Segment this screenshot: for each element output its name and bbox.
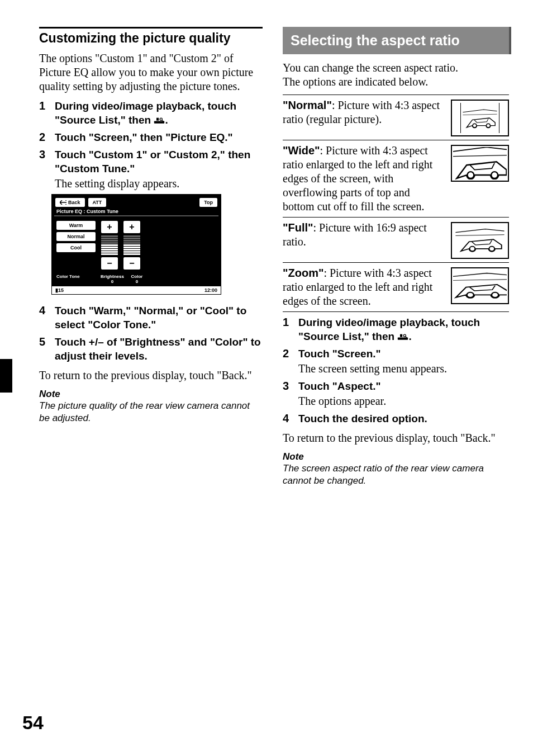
step-item: 4Touch "Warm," "Normal," or "Cool" to se… [39, 304, 263, 332]
svg-point-9 [489, 247, 494, 251]
left-section-title: Customizing the picture quality [39, 31, 263, 46]
aspect-thumb-full [451, 222, 509, 259]
left-note-head: Note [39, 388, 263, 400]
step-number: 4 [39, 304, 45, 318]
device-footer-left: ▮15 [55, 287, 64, 293]
aspect-option-text: "Zoom": Picture with 4:3 aspect ratio en… [283, 266, 443, 308]
step-item: 1During video/image playback, touch "Sou… [39, 99, 263, 127]
step-instruction: Touch "Screen." [298, 348, 381, 360]
page-tab-marker [0, 359, 12, 393]
device-att-button[interactable]: ATT [88, 198, 107, 207]
aspect-thumb-wide [451, 145, 509, 182]
step-number: 2 [283, 347, 289, 361]
step-subtext: The setting display appears. [55, 177, 263, 191]
step-subtext: The screen setting menu appears. [298, 362, 509, 376]
option-separator [283, 140, 509, 140]
step-subtext: The options appear. [298, 394, 509, 408]
aspect-option-row: "Wide": Picture with 4:3 aspect ratio en… [283, 144, 509, 214]
step-number: 1 [39, 99, 45, 113]
step-number: 2 [39, 130, 45, 144]
right-note-body: The screen aspect ratio of the rear view… [283, 462, 509, 487]
aspect-option-row: "Normal": Picture with 4:3 aspect ratio … [283, 98, 509, 136]
device-subtitle: Picture EQ : Custom Tune [52, 209, 221, 215]
svg-point-5 [487, 124, 491, 127]
step-item: 3Touch "Aspect."The options appear. [283, 379, 509, 408]
step-instruction: During video/image playback, touch "Sour… [55, 100, 236, 126]
option-separator [283, 217, 509, 218]
device-footer-clock: 12:00 [204, 287, 217, 293]
svg-point-2 [160, 118, 163, 120]
aspect-option-row: "Full": Picture with 16:9 aspect ratio. [283, 221, 509, 259]
tone-button[interactable]: Warm [56, 221, 96, 230]
svg-rect-13 [400, 334, 402, 337]
option-separator [283, 311, 509, 312]
left-note-body: The picture quality of the rear view cam… [39, 400, 263, 424]
svg-point-14 [404, 334, 406, 337]
aspect-thumb-normal [451, 100, 509, 136]
brightness-plus[interactable]: + [101, 221, 118, 233]
svg-point-8 [470, 247, 475, 251]
step-instruction: Touch "Warm," "Normal," or "Cool" to sel… [55, 305, 246, 330]
step-number: 5 [39, 335, 45, 349]
svg-point-6 [467, 172, 474, 178]
svg-point-4 [473, 124, 477, 127]
label-color: Color0 [125, 274, 149, 284]
brightness-minus[interactable]: − [101, 257, 118, 270]
tone-button[interactable]: Cool [56, 243, 96, 252]
svg-rect-1 [156, 117, 159, 120]
aspect-option-text: "Wide": Picture with 4:3 aspect ratio en… [283, 144, 443, 214]
svg-point-7 [491, 172, 498, 178]
aspect-option-row: "Zoom": Picture with 4:3 aspect ratio en… [283, 266, 509, 308]
right-intro: You can change the screen aspect ratio. … [283, 61, 509, 89]
device-screenshot: BackATTTopPicture EQ : Custom TuneWarmNo… [51, 194, 221, 295]
step-instruction: Touch the desired option. [298, 413, 427, 424]
step-item: 1During video/image playback, touch "Sou… [283, 315, 509, 343]
tone-button[interactable]: Normal [56, 232, 96, 241]
step-number: 3 [39, 148, 45, 162]
label-brightness: Brightness0 [100, 274, 125, 284]
aspect-option-text: "Normal": Picture with 4:3 aspect ratio … [283, 98, 443, 126]
left-steps-list: 1During video/image playback, touch "Sou… [39, 99, 263, 363]
step-instruction: Touch +/– of "Brightness" and "Color" to… [55, 336, 261, 362]
left-return-note: To return to the previous display, touch… [39, 368, 263, 382]
step-instruction: Touch "Screen," then "Picture EQ." [55, 131, 233, 143]
step-item: 2Touch "Screen."The screen setting menu … [283, 347, 509, 376]
svg-point-10 [467, 292, 474, 297]
right-note-head: Note [283, 451, 509, 462]
device-back-button[interactable]: Back [55, 198, 85, 207]
aspect-options: "Normal": Picture with 4:3 aspect ratio … [283, 98, 509, 312]
settings-icon [397, 330, 408, 338]
step-item: 3Touch "Custom 1" or "Custom 2," then "C… [39, 148, 263, 191]
settings-icon [154, 114, 165, 122]
step-item: 5Touch +/– of "Brightness" and "Color" t… [39, 335, 263, 363]
svg-point-11 [492, 292, 498, 297]
right-return-note: To return to the previous display, touch… [283, 431, 509, 445]
right-banner: Selecting the aspect ratio [283, 27, 509, 54]
label-color-tone: Color Tone [56, 274, 100, 284]
step-instruction: Touch "Aspect." [298, 380, 381, 392]
left-intro: The options "Custom 1" and "Custom 2" of… [39, 51, 263, 93]
right-steps-list: 1During video/image playback, touch "Sou… [283, 315, 509, 426]
option-separator [283, 262, 509, 263]
aspect-thumb-zoom [451, 267, 509, 304]
step-number: 4 [283, 412, 289, 426]
color-plus[interactable]: + [123, 221, 140, 233]
step-instruction: During video/image playback, touch "Sour… [298, 316, 480, 342]
step-number: 3 [283, 379, 289, 393]
step-instruction: Touch "Custom 1" or "Custom 2," then "Cu… [55, 149, 250, 174]
aspect-option-text: "Full": Picture with 16:9 aspect ratio. [283, 221, 443, 249]
step-item: 4Touch the desired option. [283, 412, 509, 426]
color-minus[interactable]: − [123, 257, 140, 270]
page-number: 54 [22, 712, 44, 734]
step-item: 2Touch "Screen," then "Picture EQ." [39, 130, 263, 144]
step-number: 1 [283, 315, 289, 329]
device-top-button[interactable]: Top [199, 198, 217, 207]
